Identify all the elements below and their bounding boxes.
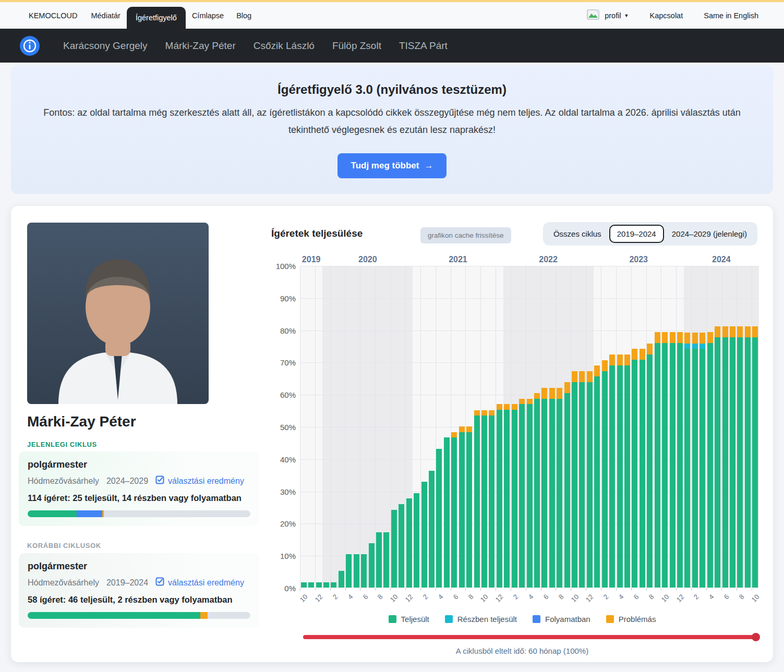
progress-segment bbox=[28, 510, 77, 517]
x-axis-label: 4 bbox=[610, 593, 625, 608]
current-cycle-label: JELENLEGI CIKLUS bbox=[27, 441, 97, 448]
election-result-label: választási eredmény bbox=[168, 476, 244, 486]
person-nav-csozik[interactable]: Csőzik László bbox=[245, 40, 323, 52]
bar-segment-o bbox=[699, 333, 705, 344]
gridline-h bbox=[300, 266, 759, 266]
brand-link[interactable]: KEMOCLOUD bbox=[22, 2, 85, 29]
tab-all-cycles[interactable]: Összes ciklus bbox=[546, 225, 609, 243]
refresh-cache-button[interactable]: grafikon cache frissítése bbox=[420, 227, 511, 243]
election-result-label: választási eredmény bbox=[168, 578, 244, 588]
x-axis-tick-mark bbox=[496, 588, 496, 591]
person-nav-markizay[interactable]: Márki-Zay Péter bbox=[156, 40, 245, 52]
bar-segment-o bbox=[594, 365, 600, 376]
legend-item-o[interactable]: Problémás bbox=[606, 615, 656, 624]
x-axis-label: 10 bbox=[294, 593, 309, 608]
bar-segment-o bbox=[745, 326, 751, 337]
bar-segment-o bbox=[459, 426, 465, 432]
chart-plot: 2019202020212022202320241012246810122468… bbox=[300, 266, 759, 588]
legend-item-c[interactable]: Részben teljesült bbox=[445, 615, 517, 624]
bar-segment-o bbox=[466, 426, 472, 432]
y-axis-labels: 0%10%20%30%40%50%60%70%80%90%100% bbox=[280, 266, 300, 588]
bar-segment-g bbox=[684, 349, 690, 588]
progress-segment bbox=[28, 612, 200, 619]
bar-segment-o bbox=[451, 432, 457, 438]
info-icon[interactable] bbox=[20, 36, 40, 56]
elapsed-time-slider[interactable] bbox=[303, 635, 758, 639]
gridline-h bbox=[300, 298, 759, 299]
bar-segment-g bbox=[587, 382, 593, 588]
bar-segment-g bbox=[745, 337, 751, 588]
bar-segment-o bbox=[632, 349, 637, 360]
bar-segment-o bbox=[557, 388, 562, 399]
nav-item-mediatar[interactable]: Médiatár bbox=[85, 2, 126, 29]
nav-item-igeretfigyelo-active[interactable]: Ígéretfigyelő bbox=[127, 7, 186, 29]
x-axis-tick-mark bbox=[345, 588, 346, 591]
cycle-years: 2019–2024 bbox=[106, 578, 148, 588]
bar-segment-g bbox=[414, 493, 419, 588]
hero-banner: Ígéretfigyelő 3.0 (nyilvános tesztüzem) … bbox=[11, 65, 773, 194]
y-axis-label: 90% bbox=[280, 294, 296, 302]
y-axis-label: 0% bbox=[284, 584, 296, 593]
x-axis-tick-mark bbox=[420, 588, 421, 591]
x-axis-label: 2 bbox=[595, 593, 610, 608]
bar-segment-o bbox=[715, 326, 720, 337]
arrow-right-icon: → bbox=[424, 161, 433, 171]
bar-segment-g bbox=[752, 337, 758, 588]
bar-segment-o bbox=[602, 360, 608, 371]
bar-segment-o bbox=[692, 333, 698, 344]
bar-segment-g bbox=[632, 360, 637, 588]
profile-menu[interactable]: profil ▼ bbox=[578, 9, 637, 21]
nav-item-kapcsolat[interactable]: Kapcsolat bbox=[642, 11, 692, 20]
gridline-h bbox=[300, 331, 759, 331]
x-axis-tick-mark bbox=[405, 588, 406, 591]
bar-segment-c bbox=[684, 344, 690, 349]
nav-item-cimlapse[interactable]: Címlapse bbox=[186, 2, 230, 29]
person-nav-fulop[interactable]: Fülöp Zsolt bbox=[323, 40, 390, 52]
x-axis-label: 12 bbox=[490, 593, 505, 608]
nav-item-english[interactable]: Same in English bbox=[695, 11, 767, 20]
bar-segment-g bbox=[602, 371, 608, 588]
person-navbar: Karácsony Gergely Márki-Zay Péter Csőzik… bbox=[0, 29, 784, 63]
slider-handle[interactable] bbox=[752, 633, 760, 641]
bar-segment-g bbox=[308, 582, 314, 588]
x-axis-tick-mark bbox=[360, 588, 360, 591]
bar-segment-g bbox=[436, 449, 442, 588]
x-axis-label: 6 bbox=[354, 593, 369, 608]
gridline-v bbox=[300, 266, 300, 588]
learn-more-button[interactable]: Tudj meg többet → bbox=[337, 153, 447, 178]
bar-segment-g bbox=[504, 410, 510, 588]
bar-segment-o bbox=[504, 404, 510, 410]
previous-cycle-card: polgármester Hódmezővásárhely 2019–2024 … bbox=[19, 553, 259, 628]
y-axis-label: 40% bbox=[280, 455, 296, 463]
page-title-person-name: Márki-Zay Péter bbox=[27, 413, 136, 430]
bar-segment-g bbox=[617, 365, 623, 588]
legend-label: Folyamatban bbox=[545, 615, 590, 624]
y-axis-label: 70% bbox=[280, 358, 296, 367]
bar-segment-g bbox=[301, 582, 307, 588]
chart-area: 0%10%20%30%40%50%60%70%80%90%100% 201920… bbox=[280, 263, 765, 628]
promise-summary: 114 ígéret: 25 teljesült, 14 részben vag… bbox=[28, 493, 250, 503]
person-nav-karacsony[interactable]: Karácsony Gergely bbox=[54, 40, 156, 52]
x-axis-tick-mark bbox=[752, 588, 752, 591]
bar-segment-o bbox=[684, 333, 690, 344]
x-axis-label: 6 bbox=[444, 593, 460, 608]
progress-bar bbox=[28, 612, 250, 619]
x-axis-label: 8 bbox=[369, 593, 384, 608]
x-axis-label: 2 bbox=[415, 593, 430, 608]
bar-segment-g bbox=[406, 498, 412, 588]
bar-segment-g bbox=[481, 416, 487, 588]
legend-item-b[interactable]: Folyamatban bbox=[533, 615, 590, 624]
nav-item-blog[interactable]: Blog bbox=[230, 2, 258, 29]
y-axis-label: 50% bbox=[280, 423, 296, 432]
bar-segment-o bbox=[624, 355, 630, 365]
bar-segment-o bbox=[647, 344, 653, 355]
election-result-link[interactable]: választási eredmény bbox=[155, 577, 244, 588]
legend-item-g[interactable]: Teljesült bbox=[389, 615, 429, 624]
current-cycle-card: polgármester Hódmezővásárhely 2024–2029 … bbox=[19, 451, 259, 526]
election-result-link[interactable]: választási eredmény bbox=[155, 475, 244, 486]
bar-segment-g bbox=[655, 343, 660, 588]
tab-2019-2024[interactable]: 2019–2024 bbox=[609, 225, 664, 243]
person-nav-tisza[interactable]: TISZA Párt bbox=[390, 40, 456, 52]
tab-2024-2029[interactable]: 2024–2029 (jelenlegi) bbox=[664, 225, 755, 243]
bar-segment-o bbox=[572, 371, 577, 382]
